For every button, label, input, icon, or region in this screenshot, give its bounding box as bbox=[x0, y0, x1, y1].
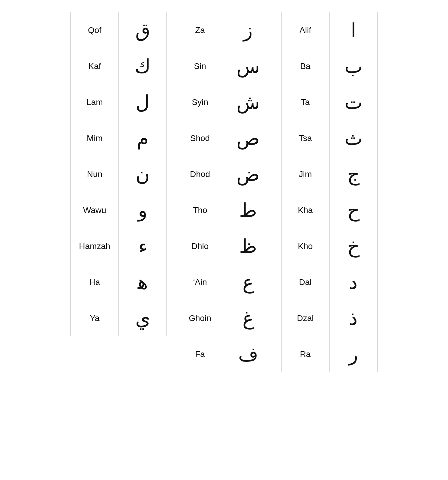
letter-name: Tho bbox=[193, 206, 207, 215]
letter-name: Dhlo bbox=[191, 242, 209, 251]
letter-name: Tsa bbox=[299, 134, 312, 143]
cell-name-7: Dal bbox=[281, 264, 329, 300]
letter-name: Dal bbox=[299, 278, 311, 287]
cell-name-3: Shod bbox=[176, 120, 224, 156]
cell-name-3: Mim bbox=[71, 120, 119, 156]
cell-arabic-6: ظ bbox=[224, 228, 272, 264]
cell-arabic-4: ض bbox=[224, 156, 272, 192]
table-middle: ZaزSinسSyinشShodصDhodضThoطDhloظ‘AinعGhoi… bbox=[176, 12, 272, 372]
cell-arabic-3: ص bbox=[224, 120, 272, 156]
letter-name: Alif bbox=[299, 26, 311, 35]
letter-name: Qof bbox=[88, 26, 101, 35]
page-container: QofقKafكLamلMimمNunنWawuوHamzahءHaﻫYaي Z… bbox=[71, 12, 377, 372]
cell-name-2: Ta bbox=[281, 84, 329, 120]
cell-name-9: Fa bbox=[176, 336, 224, 372]
cell-arabic-2: ت bbox=[329, 84, 377, 120]
letter-name: Kaf bbox=[88, 62, 101, 71]
letter-name: Lam bbox=[86, 98, 103, 107]
cell-arabic-5: ح bbox=[329, 192, 377, 228]
cell-name-4: Nun bbox=[71, 156, 119, 192]
cell-name-7: Ha bbox=[71, 264, 119, 300]
cell-arabic-0: ا bbox=[329, 12, 377, 48]
arabic-glyph: س bbox=[236, 56, 260, 77]
cell-name-1: Ba bbox=[281, 48, 329, 84]
letter-name: Shod bbox=[190, 134, 210, 143]
cell-arabic-2: ل bbox=[119, 84, 167, 120]
cell-name-3: Tsa bbox=[281, 120, 329, 156]
arabic-glyph: ص bbox=[236, 128, 260, 149]
arabic-glyph: ذ bbox=[349, 308, 358, 329]
letter-name: Ghoin bbox=[189, 314, 211, 323]
arabic-glyph: ف bbox=[238, 344, 258, 365]
arabic-glyph: ث bbox=[344, 128, 362, 149]
cell-name-6: Kho bbox=[281, 228, 329, 264]
arabic-glyph: ع bbox=[242, 272, 254, 293]
table-right: QofقKafكLamلMimمNunنWawuوHamzahءHaﻫYaي bbox=[71, 12, 167, 336]
cell-arabic-3: ث bbox=[329, 120, 377, 156]
arabic-glyph: خ bbox=[347, 236, 359, 257]
letter-name: Za bbox=[195, 26, 205, 35]
cell-name-0: Za bbox=[176, 12, 224, 48]
cell-arabic-3: م bbox=[119, 120, 167, 156]
letter-name: Ya bbox=[90, 314, 99, 323]
letter-name: Sin bbox=[194, 62, 206, 71]
letter-name: Nun bbox=[87, 170, 102, 179]
letter-name: Wawu bbox=[83, 206, 106, 215]
arabic-glyph: ز bbox=[243, 20, 253, 41]
letter-name: Dzal bbox=[297, 314, 314, 323]
arabic-glyph: ب bbox=[344, 56, 362, 77]
cell-arabic-7: ع bbox=[224, 264, 272, 300]
letter-name: ‘Ain bbox=[193, 278, 207, 287]
cell-arabic-0: ز bbox=[224, 12, 272, 48]
cell-name-9: Ra bbox=[281, 336, 329, 372]
cell-arabic-4: ج bbox=[329, 156, 377, 192]
letter-name: Ha bbox=[89, 278, 100, 287]
arabic-glyph: د bbox=[349, 272, 358, 293]
cell-name-0: Qof bbox=[71, 12, 119, 48]
arabic-glyph: ش bbox=[236, 92, 260, 113]
cell-arabic-0: ق bbox=[119, 12, 167, 48]
cell-arabic-1: س bbox=[224, 48, 272, 84]
cell-arabic-8: غ bbox=[224, 300, 272, 336]
cell-arabic-8: ذ bbox=[329, 300, 377, 336]
cell-name-8: Ya bbox=[71, 300, 119, 336]
cell-arabic-1: ب bbox=[329, 48, 377, 84]
cell-name-6: Dhlo bbox=[176, 228, 224, 264]
arabic-glyph: ء bbox=[138, 236, 147, 257]
arabic-glyph: ل bbox=[136, 92, 150, 113]
arabic-glyph: ط bbox=[239, 200, 257, 221]
cell-name-5: Kha bbox=[281, 192, 329, 228]
arabic-glyph: ح bbox=[347, 200, 359, 221]
arabic-glyph: ق bbox=[135, 20, 150, 41]
cell-arabic-9: ر bbox=[329, 336, 377, 372]
letter-name: Fa bbox=[195, 350, 205, 359]
letter-name: Ta bbox=[301, 98, 310, 107]
cell-name-7: ‘Ain bbox=[176, 264, 224, 300]
cell-name-8: Dzal bbox=[281, 300, 329, 336]
arabic-glyph: و bbox=[138, 200, 147, 221]
cell-arabic-6: ء bbox=[119, 228, 167, 264]
arabic-glyph: ج bbox=[347, 164, 359, 185]
letter-name: Mim bbox=[87, 134, 103, 143]
letter-name: Ra bbox=[300, 350, 311, 359]
arabic-glyph: ا bbox=[351, 20, 356, 41]
cell-arabic-6: خ bbox=[329, 228, 377, 264]
cell-name-0: Alif bbox=[281, 12, 329, 48]
cell-arabic-9: ف bbox=[224, 336, 272, 372]
cell-arabic-5: ط bbox=[224, 192, 272, 228]
cell-arabic-2: ش bbox=[224, 84, 272, 120]
cell-name-1: Kaf bbox=[71, 48, 119, 84]
letter-name: Kho bbox=[298, 242, 313, 251]
cell-name-5: Tho bbox=[176, 192, 224, 228]
cell-name-1: Sin bbox=[176, 48, 224, 84]
cell-name-2: Syin bbox=[176, 84, 224, 120]
letter-name: Hamzah bbox=[79, 242, 110, 251]
arabic-glyph: ك bbox=[135, 56, 151, 77]
table-left: AlifاBaبTaتTsaثJimجKhaحKhoخDalدDzalذRaر bbox=[281, 12, 377, 372]
cell-arabic-7: ﻫ bbox=[119, 264, 167, 300]
cell-name-2: Lam bbox=[71, 84, 119, 120]
cell-arabic-7: د bbox=[329, 264, 377, 300]
arabic-glyph: ي bbox=[135, 308, 150, 329]
letter-name: Dhod bbox=[190, 170, 210, 179]
arabic-glyph: م bbox=[137, 128, 149, 149]
